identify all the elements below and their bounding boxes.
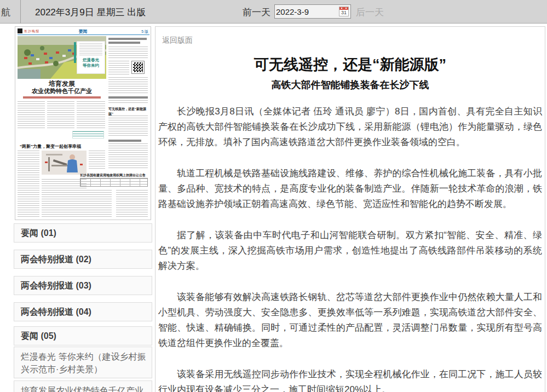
page-number: 5 版	[141, 29, 148, 34]
headline-placeholder	[108, 96, 148, 99]
caption-title-line2: 等你来约	[77, 63, 105, 68]
article-link-label: 烂漫春光 等你来约（建设乡村振兴示范市·乡村美景）	[21, 352, 146, 374]
headline-placeholder	[108, 38, 147, 40]
page-section-name: 要闻	[15, 28, 151, 34]
qr-code	[131, 61, 145, 74]
text-column	[80, 190, 112, 217]
sidebar-section-lianghui-04[interactable]: 两会特别报道 (04)	[14, 302, 152, 321]
thumb-headline-line2: 农业优势特色千亿产业	[18, 87, 106, 95]
text-column	[116, 190, 148, 217]
caption-micro-text	[79, 43, 102, 55]
worker-photo	[42, 151, 87, 175]
thumb-notice-headline: 长沙县国有建设用地使用权网上挂牌出让公告	[80, 173, 149, 178]
article-link-label: 培育发展农业优势特色千亿产业	[21, 386, 143, 392]
section-label: 要闻 (01)	[21, 228, 56, 238]
date-input[interactable]	[276, 5, 335, 18]
text-column	[18, 101, 45, 129]
article-paragraph: 长沙晚报3月8日讯（全媒体记者 伍玲 通讯员 廖宁）8日，国内首创、具有完全自主…	[158, 104, 542, 150]
headline-placeholder	[108, 42, 140, 44]
green-promo-graphic	[72, 131, 104, 139]
article-paragraph: 轨道工程机械是铁路基础设施线路建设、维修、养护的综合性机械化施工装备，具有小批量…	[158, 166, 542, 212]
article-paragraph: 该装备能够有效解决高速铁路长钢轨、岔芯等道岔大部件更换作业中仍然依赖大量人工和小…	[158, 290, 542, 351]
text-column	[108, 47, 148, 59]
sidebar-section-yaowen-01[interactable]: 要闻 (01)	[14, 223, 152, 243]
text-column	[108, 116, 148, 137]
sidebar-article-link-agriculture[interactable]: 培育发展农业优势特色千亿产业	[14, 381, 152, 392]
thumb-subhead-line	[23, 96, 101, 99]
text-column	[108, 143, 148, 169]
article-paragraph: 该装备采用无线遥控同步动作作业技术，实现全程机械化作业，在同工况下，施工人员较行…	[158, 367, 542, 392]
next-day-link[interactable]: 后一天	[356, 6, 384, 19]
section-label: 要闻 (05)	[21, 331, 56, 341]
article-panel: 返回版面 可无线遥控，还是“新能源版” 高铁大部件智能铺换装备在长沙下线 长沙晚…	[155, 26, 545, 392]
caption-ribbon	[74, 42, 76, 63]
date-picker-field[interactable]: 31	[274, 4, 351, 19]
newspaper-page-thumbnail[interactable]: 长沙晚报 要闻 5 版 烂漫春光 等你来约 培育发展	[15, 26, 151, 220]
photo-caption-box: 烂漫春光 等你来约	[77, 41, 105, 74]
text-column	[77, 101, 105, 129]
text-column	[47, 101, 74, 129]
top-toolbar: 航 2022年3月9日 星期三 出版 前一天 31 后一天	[0, 0, 547, 24]
section-label: 两会特别报道 (04)	[21, 307, 91, 316]
article-subtitle: 高铁大部件智能铺换装备在长沙下线	[158, 78, 542, 91]
text-column	[89, 151, 105, 169]
sidebar-article-link-spring[interactable]: 烂漫春光 等你来约（建设乡村振兴示范市·乡村美景）	[14, 347, 152, 378]
text-column	[108, 77, 148, 94]
sidebar-section-lianghui-02[interactable]: 两会特别报道 (02)	[14, 250, 152, 269]
calendar-day-number: 31	[341, 10, 347, 15]
nav-label-fragment[interactable]: 航	[1, 6, 10, 19]
calendar-icon[interactable]: 31	[339, 7, 349, 16]
headline-placeholder	[108, 140, 141, 142]
text-column	[108, 61, 129, 75]
sidebar-section-lianghui-03[interactable]: 两会特别报道 (03)	[14, 276, 152, 295]
sidebar-section-yaowen-05[interactable]: 要闻 (05)	[14, 326, 152, 345]
article-paragraph: 据了解，该装备由中车时代电子和山河智能联合研制。双方紧扣“智能、安全、精准、绿色…	[158, 228, 542, 274]
previous-day-link[interactable]: 前一天	[243, 6, 270, 19]
section-label: 两会特别报道 (03)	[21, 281, 91, 290]
caption-title-line1: 烂漫春光	[77, 57, 105, 63]
section-label: 两会特别报道 (02)	[21, 255, 91, 264]
publication-date-text: 2022年3月9日 星期三 出版	[35, 6, 146, 19]
header-rule	[18, 34, 149, 35]
article-title: 可无线遥控，还是“新能源版”	[158, 55, 542, 74]
back-to-page-link[interactable]: 返回版面	[162, 36, 542, 45]
article-body: 长沙晚报3月8日讯（全媒体记者 伍玲 通讯员 廖宁）8日，国内首创、具有完全自主…	[158, 104, 542, 392]
toolbar-divider	[20, 0, 21, 24]
text-column	[108, 100, 148, 105]
text-column	[18, 151, 39, 217]
thumb-mid-headline: “两新”力量，聚变一起创享幸福	[20, 143, 92, 149]
notice-table	[80, 178, 148, 187]
